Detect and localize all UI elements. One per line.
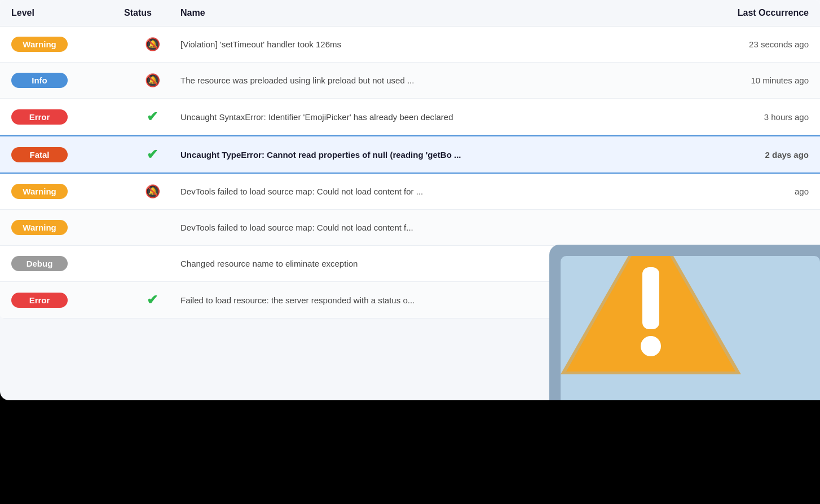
status-cell: 🔕 [124,37,180,52]
bottom-bar [0,400,820,504]
level-badge: Debug [11,256,68,271]
warning-triangle [561,256,752,386]
occurrence-cell: 23 seconds ago [685,39,809,49]
occurrence-cell: 10 minutes ago [685,76,809,85]
header-name: Name [180,8,685,18]
level-cell: Debug [11,256,124,271]
level-badge: Error [11,109,68,125]
level-badge: Warning [11,220,68,235]
table-row[interactable]: Fatal ✔ Uncaught TypeError: Cannot read … [0,135,820,174]
name-cell: Uncaught TypeError: Cannot read properti… [180,150,685,160]
header-status: Status [124,8,180,18]
level-cell: Fatal [11,147,124,162]
table-row[interactable]: Info 🔕 The resource was preloaded using … [0,63,820,99]
warning-svg [561,256,752,386]
header-last-occurrence: Last Occurrence [685,8,809,18]
name-cell: Uncaught SyntaxError: Identifier 'EmojiP… [180,112,685,122]
level-cell: Info [11,73,124,88]
svg-point-3 [641,336,661,356]
level-badge: Error [11,293,68,308]
occurrence-cell: 3 hours ago [685,112,809,122]
header-level: Level [11,8,124,18]
level-cell: Warning [11,184,124,199]
level-badge: Info [11,73,68,88]
table-row[interactable]: Warning 🔕 [Violation] 'setTimeout' handl… [0,26,820,63]
status-cell: 🔕 [124,184,180,199]
status-cell: ✔ [124,292,180,308]
status-cell: ✔ [124,147,180,162]
level-badge: Warning [11,184,68,199]
status-cell: ✔ [124,109,180,125]
status-cell: 🔕 [124,73,180,88]
level-badge: Fatal [11,147,68,162]
table-header: Level Status Name Last Occurrence [0,0,820,26]
svg-rect-2 [642,267,659,329]
level-cell: Warning [11,220,124,235]
table-row[interactable]: Error ✔ Uncaught SyntaxError: Identifier… [0,99,820,135]
name-cell: The resource was preloaded using link pr… [180,76,685,85]
name-cell: [Violation] 'setTimeout' handler took 12… [180,39,685,49]
level-cell: Error [11,293,124,308]
level-cell: Warning [11,37,124,52]
occurrence-cell: 2 days ago [685,150,809,160]
level-badge: Warning [11,37,68,52]
level-cell: Error [11,109,124,125]
